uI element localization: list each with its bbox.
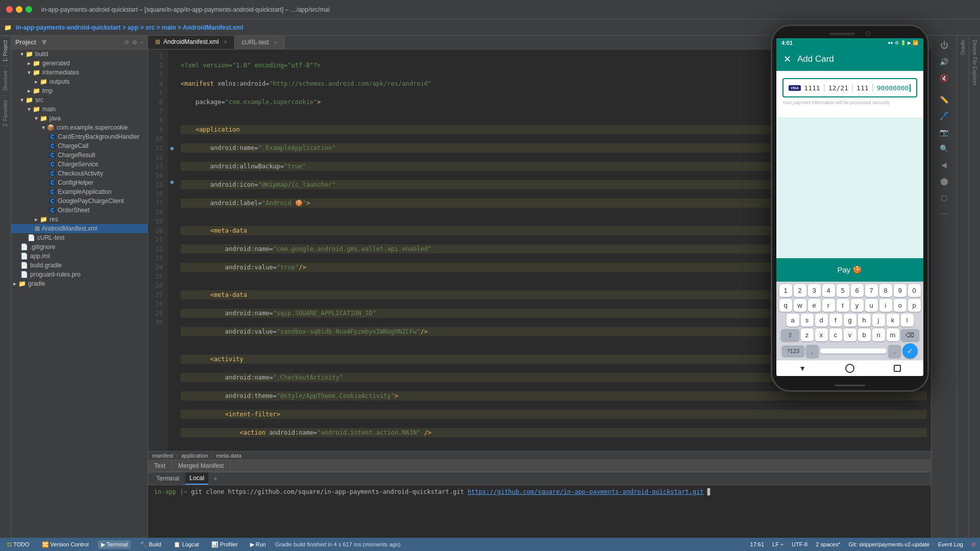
key-period[interactable]: . <box>888 345 901 358</box>
key-1[interactable]: 1 <box>779 284 792 297</box>
key-l[interactable]: l <box>901 314 914 327</box>
tree-item[interactable]: ▾ 📦 com.example.supercookie <box>11 123 148 132</box>
breadcrumb-application[interactable]: application <box>181 453 208 459</box>
key-h[interactable]: h <box>858 314 871 327</box>
key-x[interactable]: x <box>815 329 828 341</box>
tree-item-manifest[interactable]: ⊞ AndroidManifest.xml <box>11 224 148 233</box>
key-0[interactable]: 0 <box>908 284 921 297</box>
terminal-button[interactable]: ▶ Terminal <box>98 540 131 549</box>
maximize-button[interactable] <box>26 6 32 13</box>
tree-item-proguard[interactable]: 📄 proguard-rules.pro <box>11 270 148 279</box>
tree-item-buildgradle[interactable]: 📄 build.gradle <box>11 261 148 270</box>
tree-item-class-CardEntryBackgroundHandler[interactable]: C CardEntryBackgroundHandler <box>11 132 148 141</box>
settings-icon[interactable]: ⚙ <box>132 39 137 46</box>
key-q[interactable]: q <box>779 299 792 312</box>
tree-item[interactable]: ▾ 📁 java <box>11 114 148 123</box>
tree-item-class-ChargeService[interactable]: C ChargeService <box>11 160 148 169</box>
key-5[interactable]: 5 <box>837 284 849 297</box>
key-m[interactable]: m <box>887 329 899 341</box>
key-7[interactable]: 7 <box>865 284 878 297</box>
tree-item[interactable]: ▸ 📁 generated <box>11 59 148 68</box>
tree-item[interactable]: ▾ 📁 src <box>11 95 148 105</box>
terminal-local-tab[interactable]: Local <box>185 472 208 485</box>
key-delete[interactable]: ⌫ <box>901 329 919 341</box>
key-2[interactable]: 2 <box>794 284 806 297</box>
key-4[interactable]: 4 <box>822 284 835 297</box>
build-button[interactable]: 🔨 Build <box>137 540 164 549</box>
tree-item[interactable]: ▾ 📁 build <box>11 49 148 59</box>
tree-item-appiml[interactable]: 📄 app.iml <box>11 252 148 261</box>
close-manifest-tab[interactable]: × <box>224 39 227 45</box>
circle-icon[interactable]: ⬤ <box>935 173 954 189</box>
tree-item-class-GooglePayChargeClient[interactable]: C GooglePayChargeClient <box>11 196 148 206</box>
key-space[interactable] <box>820 348 887 354</box>
back-button[interactable]: ✕ <box>783 54 791 65</box>
key-i[interactable]: i <box>879 299 892 312</box>
tree-item-class-OrderSheet[interactable]: C OrderSheet <box>11 206 148 215</box>
tree-item[interactable]: ▾ 📁 main <box>11 105 148 114</box>
key-g[interactable]: g <box>844 314 856 327</box>
close-curl-tab[interactable]: × <box>274 40 277 45</box>
key-9[interactable]: 9 <box>894 284 906 297</box>
android-nav-home[interactable] <box>845 364 854 373</box>
key-w[interactable]: w <box>794 299 806 312</box>
key-s[interactable]: s <box>801 314 814 327</box>
key-k[interactable]: k <box>887 314 899 327</box>
key-symbols[interactable]: ?123 <box>782 345 804 357</box>
key-enter[interactable]: ✓ <box>902 343 918 359</box>
volume-up-icon[interactable]: 🔊 <box>935 54 954 69</box>
tab-curl[interactable]: cURL-test × <box>235 36 285 49</box>
key-d[interactable]: d <box>815 314 828 327</box>
minimize-button[interactable] <box>16 6 22 13</box>
tree-item-class-ConfigHelper[interactable]: C ConfigHelper <box>11 178 148 187</box>
close-button[interactable] <box>6 6 13 13</box>
tree-item[interactable]: ▸ 📁 outputs <box>11 77 148 86</box>
square-icon[interactable]: ▢ <box>935 190 954 205</box>
android-nav-back[interactable]: ▼ <box>799 364 806 372</box>
tab-text[interactable]: Text <box>148 460 172 471</box>
key-3[interactable]: 3 <box>808 284 821 297</box>
terminal-link[interactable]: https://github.com/square/in-app-payment… <box>468 488 703 495</box>
structure-label[interactable]: Structure <box>2 66 9 95</box>
tab-merged-manifest[interactable]: Merged Manifest <box>172 460 230 471</box>
tree-item[interactable]: ▾ 📁 intermediates <box>11 68 148 77</box>
event-log-button[interactable]: Event Log <box>938 541 963 547</box>
device-file-explorer-label[interactable]: Device File Explorer <box>971 36 978 89</box>
tree-item-curl[interactable]: 📄 cURL-test <box>11 233 148 242</box>
key-z[interactable]: z <box>801 329 814 341</box>
breadcrumb-meta-data[interactable]: meta-data <box>216 453 242 459</box>
back-icon[interactable]: ◀ <box>935 157 954 172</box>
key-a[interactable]: a <box>787 314 799 327</box>
tree-item-class-ChargeResult[interactable]: C ChargeResult <box>11 151 148 160</box>
key-t[interactable]: t <box>837 299 849 312</box>
key-u[interactable]: u <box>865 299 878 312</box>
terminal-content[interactable]: in-app |~ git clone https://github.com/s… <box>148 485 931 538</box>
power-icon[interactable]: ⏻ <box>935 38 954 53</box>
project-label[interactable]: 1: Project <box>2 36 9 66</box>
key-y[interactable]: y <box>851 299 864 312</box>
pencil-icon[interactable]: ✏️ <box>935 92 954 107</box>
tab-manifest[interactable]: ⊞ AndroidManifest.xml × <box>148 36 235 49</box>
gradle-label[interactable]: Gradle <box>959 36 967 59</box>
key-n[interactable]: n <box>872 329 885 341</box>
zoom-icon[interactable]: 🔍 <box>935 141 954 156</box>
camera-icon[interactable]: 📷 <box>935 124 954 140</box>
key-6[interactable]: 6 <box>851 284 864 297</box>
key-b[interactable]: b <box>858 329 871 341</box>
more-icon[interactable]: ⋯ <box>935 206 954 221</box>
key-f[interactable]: f <box>829 314 842 327</box>
pay-button[interactable]: Pay 🍪 <box>776 258 923 282</box>
breadcrumb-manifest[interactable]: manifest <box>152 453 174 459</box>
tree-item-class-ChargeCall[interactable]: C ChargeCall <box>11 141 148 151</box>
key-8[interactable]: 8 <box>879 284 892 297</box>
tree-item[interactable]: ▸ 📁 tmp <box>11 86 148 95</box>
logcat-button[interactable]: 📋 Logcat <box>170 540 202 549</box>
tree-item-gitignore[interactable]: 📄 .gitignore <box>11 242 148 252</box>
android-nav-recents[interactable] <box>894 365 901 372</box>
tree-item-gradle[interactable]: ▸ 📁 gradle <box>11 279 148 288</box>
volume-down-icon[interactable]: 🔇 <box>935 70 954 86</box>
key-p[interactable]: p <box>908 299 921 312</box>
version-control-button[interactable]: 🔀 Version Control <box>39 540 92 549</box>
key-shift[interactable]: ⇧ <box>781 329 799 341</box>
key-v[interactable]: v <box>844 329 856 341</box>
